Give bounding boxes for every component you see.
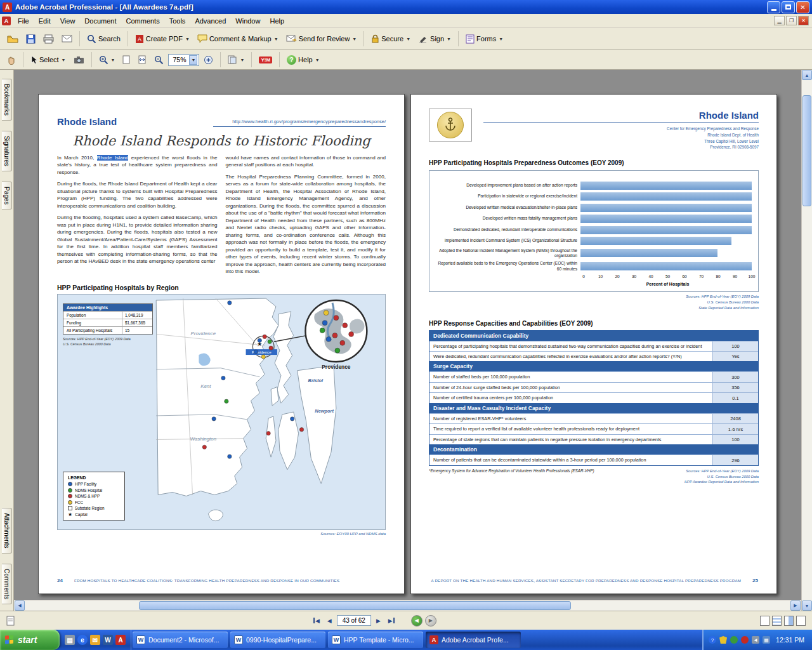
page-indicator[interactable]: 43 of 62 (337, 615, 371, 626)
menu-file[interactable]: File (13, 15, 34, 27)
sign-button[interactable]: Sign▼ (415, 32, 454, 46)
scroll-left-button[interactable]: ◀ (15, 600, 25, 611)
volume-icon[interactable]: ◄ (752, 636, 759, 644)
alert-icon[interactable] (741, 636, 749, 644)
chevron-down-icon: ▼ (447, 37, 451, 41)
restore-button[interactable] (782, 1, 795, 13)
navigation-tab-strip: Bookmarks Signatures Pages Attachments C… (0, 70, 14, 611)
region-label-providence: Providence (191, 331, 216, 336)
internet-explorer-icon[interactable]: e (77, 635, 88, 645)
zoom-tool-button[interactable]: ▼ (96, 53, 119, 67)
table-row: Population1,048,319 (63, 311, 152, 319)
scroll-down-button[interactable]: ▼ (802, 600, 812, 611)
email-button[interactable] (58, 32, 75, 45)
next-page-button[interactable]: ▶ (374, 616, 383, 626)
taskbar-task-acrobat[interactable]: AAdobe Acrobat Profe... (426, 632, 521, 648)
print-button[interactable] (40, 32, 57, 46)
menu-comments[interactable]: Comments (122, 15, 164, 27)
next-view-button[interactable]: ▶ (425, 615, 436, 627)
zoom-out-button[interactable] (151, 53, 167, 67)
single-page-view-button[interactable] (760, 616, 769, 626)
mdi-close-button[interactable]: ✕ (798, 16, 809, 25)
capital-swatch: ★ (68, 512, 72, 517)
tab-bookmarks[interactable]: Bookmarks (2, 79, 12, 121)
first-page-button[interactable]: ◀ (311, 616, 322, 626)
continuous-view-button[interactable] (772, 616, 782, 626)
open-button[interactable] (4, 32, 22, 46)
last-page-button[interactable]: ▶ (386, 616, 397, 626)
bar (580, 249, 717, 257)
hand-icon (7, 55, 16, 65)
acrobat-quicklaunch-icon[interactable]: A (115, 635, 126, 645)
zoom-in-button[interactable] (200, 53, 216, 67)
capacities-table: Dedicated Communication Capability Perce… (429, 330, 759, 466)
menu-tools[interactable]: Tools (165, 15, 190, 27)
previous-view-button[interactable]: ◀ (411, 615, 422, 627)
table-row: Percentage of state regions that can mai… (429, 434, 758, 444)
minimize-button[interactable] (767, 1, 780, 13)
help-icon: ? (287, 55, 296, 65)
table-row: Number of registered ESAR-VHP* volunteer… (429, 413, 758, 423)
health-dept-url[interactable]: http://www.health.ri.gov/programs/emerge… (213, 119, 386, 127)
zoom-level-combo[interactable]: 75% ▼ (168, 54, 199, 66)
menu-window[interactable]: Window (231, 15, 265, 27)
network-icon[interactable]: ▦ (763, 636, 770, 644)
tab-pages[interactable]: Pages (2, 182, 12, 209)
close-button[interactable]: ✕ (796, 1, 809, 13)
security-shield-icon[interactable] (719, 636, 727, 644)
full-screen-view-button[interactable] (796, 616, 806, 626)
tab-attachments[interactable]: Attachments (2, 508, 12, 554)
mdi-minimize-button[interactable]: ▁ (774, 16, 785, 25)
start-button[interactable]: start (0, 630, 60, 650)
snapshot-button[interactable] (70, 53, 88, 67)
create-pdf-button[interactable]: A Create PDF▼ (132, 32, 193, 46)
word-icon[interactable]: W (103, 635, 113, 645)
send-for-review-button[interactable]: Send for Review▼ (283, 32, 360, 45)
save-button[interactable] (23, 32, 39, 46)
mdi-restore-button[interactable]: ❐ (786, 16, 797, 25)
taskbar-task-word1[interactable]: WDocument2 - Microsof... (133, 632, 228, 648)
scroll-right-button[interactable]: ▶ (790, 600, 801, 611)
taskbar-task-word2[interactable]: W0990-HospitalPrepare... (230, 632, 325, 648)
antivirus-icon[interactable] (730, 636, 738, 644)
horizontal-scrollbar[interactable]: ◀ ▶ (14, 600, 801, 611)
bar (580, 226, 752, 234)
vertical-scroll-thumb[interactable] (802, 95, 811, 206)
envelope-icon (62, 35, 72, 43)
tab-comments[interactable]: Comments (2, 564, 12, 604)
previous-page-button[interactable]: ◀ (325, 616, 334, 626)
forms-button[interactable]: Forms▼ (462, 32, 506, 46)
horizontal-scroll-thumb[interactable] (139, 601, 571, 610)
vertical-scrollbar[interactable]: ▲ ▼ (801, 70, 812, 611)
page-layout-button[interactable]: ▼ (225, 53, 247, 67)
zoom-level-value[interactable]: 75% (173, 56, 186, 63)
chevron-down-icon[interactable]: ▼ (189, 55, 197, 65)
two-up-view-button[interactable] (784, 616, 794, 626)
menu-advanced[interactable]: Advanced (190, 15, 230, 27)
pen-icon (418, 34, 428, 43)
yahoo-messenger-button[interactable]: Y!M (256, 54, 275, 66)
taskbar-task-word3[interactable]: WHPP Template - Micro... (328, 632, 423, 648)
legend-item: HPP Facility (68, 482, 120, 486)
chevron-down-icon: ▼ (274, 37, 278, 41)
menu-help[interactable]: Help (265, 15, 289, 27)
tab-signatures[interactable]: Signatures (2, 131, 12, 171)
help-button[interactable]: ? Help▼ (284, 53, 323, 67)
menu-view[interactable]: View (56, 15, 80, 27)
fit-width-button[interactable] (134, 53, 150, 67)
show-desktop-icon[interactable]: ▤ (65, 635, 75, 645)
secure-button[interactable]: Secure▼ (368, 32, 414, 46)
menu-document[interactable]: Document (80, 15, 121, 27)
scroll-up-button[interactable]: ▲ (802, 70, 812, 80)
actual-size-button[interactable] (119, 53, 133, 67)
outlook-icon[interactable]: ✉ (90, 635, 100, 645)
help-tray-icon[interactable]: ? (709, 636, 716, 644)
menu-edit[interactable]: Edit (34, 15, 55, 27)
search-button[interactable]: Search (84, 32, 124, 46)
taskbar-clock: 12:31 PM (776, 636, 804, 644)
highlight-label: Population (63, 312, 122, 319)
highlight-value: 15 (122, 327, 152, 334)
select-tool-button[interactable]: Select▼ (27, 53, 69, 67)
comment-markup-button[interactable]: Comment & Markup▼ (194, 32, 282, 46)
hand-tool-button[interactable] (4, 53, 19, 67)
